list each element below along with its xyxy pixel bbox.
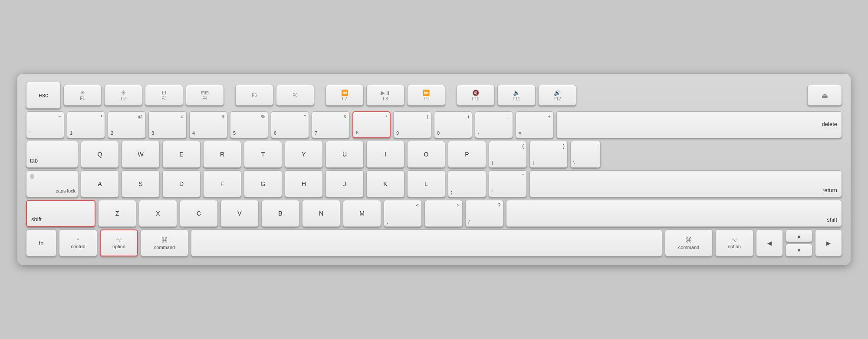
key-tilde[interactable]: ~ ` [26,111,64,138]
key-comma[interactable]: < , [384,200,422,227]
key-u[interactable]: U [326,141,364,168]
key-esc[interactable]: esc [26,82,61,109]
key-w[interactable]: W [122,141,160,168]
key-q[interactable]: Q [81,141,119,168]
key-p[interactable]: P [448,141,486,168]
key-f4[interactable]: ⊞⊞ F4 [186,85,224,106]
key-2[interactable]: @ 2 [108,111,146,138]
key-delete[interactable]: delete [556,111,842,138]
zxcv-row: shift Z X C V B N M < , > . ? / shift [26,200,842,227]
key-rbracket[interactable]: } ] [529,141,568,168]
key-command-right[interactable]: ⌘ command [665,229,713,256]
key-g[interactable]: G [244,170,282,197]
key-f8[interactable]: ▶⏸ F8 [366,85,404,106]
arrow-vertical-group: ▲ ▼ [786,229,812,256]
key-z[interactable]: Z [98,200,136,227]
key-h[interactable]: H [285,170,323,197]
key-c[interactable]: C [180,200,218,227]
key-f1[interactable]: ☀ F1 [63,85,102,106]
key-4[interactable]: $ 4 [189,111,227,138]
key-arrow-left[interactable]: ◀ [756,229,783,256]
key-f9[interactable]: ⏩ F9 [407,85,445,106]
key-return[interactable]: return [529,170,842,197]
key-option-left[interactable]: ⌥ option [100,229,138,256]
key-m[interactable]: M [343,200,381,227]
key-9[interactable]: ( 9 [393,111,431,138]
key-a[interactable]: A [81,170,119,197]
key-arrow-right[interactable]: ▶ [815,229,842,256]
key-v[interactable]: V [220,200,259,227]
key-arrow-down[interactable]: ▼ [786,244,812,256]
key-f3[interactable]: ⊡ F3 [145,85,183,106]
qwerty-row: tab Q W E R T Y U I O P { [ } ] | \ [26,141,842,168]
key-lbracket[interactable]: { [ [489,141,527,168]
key-caps-lock[interactable]: caps lock [26,170,78,197]
key-fn[interactable]: fn [26,229,56,256]
key-tab[interactable]: tab [26,141,78,168]
key-eject[interactable]: ⏏ [807,85,842,106]
key-3[interactable]: # 3 [148,111,187,138]
key-command-left[interactable]: ⌘ command [141,229,188,256]
key-e[interactable]: E [162,141,201,168]
key-f11[interactable]: 🔈 F11 [497,85,536,106]
keyboard: esc ☀ F1 ☀ F2 ⊡ F3 ⊞⊞ F4 F5 F6 ⏪ [17,74,851,265]
key-f12[interactable]: 🔊 F12 [538,85,576,106]
key-f10[interactable]: 🔇 F10 [457,85,495,106]
key-k[interactable]: K [366,170,404,197]
key-i[interactable]: I [366,141,404,168]
key-1[interactable]: ! 1 [67,111,105,138]
key-7[interactable]: & 7 [312,111,350,138]
number-row: ~ ` ! 1 @ 2 # 3 $ 4 % 5 ^ 6 & 7 [26,111,842,138]
key-b[interactable]: B [261,200,299,227]
key-x[interactable]: X [139,200,177,227]
key-backslash[interactable]: | \ [570,141,601,168]
caps-lock-indicator [30,174,34,179]
key-f[interactable]: F [203,170,241,197]
key-option-right[interactable]: ⌥ option [715,229,753,256]
key-arrow-up[interactable]: ▲ [786,229,812,242]
key-shift-right[interactable]: shift [506,200,842,227]
key-slash[interactable]: ? / [465,200,503,227]
key-j[interactable]: J [326,170,364,197]
key-r[interactable]: R [203,141,241,168]
key-minus[interactable]: _ - [475,111,513,138]
key-n[interactable]: N [302,200,340,227]
key-o[interactable]: O [407,141,445,168]
key-6[interactable]: ^ 6 [271,111,309,138]
key-d[interactable]: D [162,170,201,197]
bottom-row: fn ^ control ⌥ option ⌘ command ⌘ comman… [26,229,842,256]
asdf-row: caps lock A S D F G H J K L : ; " ' retu… [26,170,842,197]
key-y[interactable]: Y [285,141,323,168]
key-f6[interactable]: F6 [276,85,314,106]
key-f5[interactable]: F5 [235,85,273,106]
key-8[interactable]: * 8 [352,111,391,138]
key-shift-left[interactable]: shift [26,200,95,227]
key-l[interactable]: L [407,170,445,197]
key-f2[interactable]: ☀ F2 [104,85,142,106]
key-0[interactable]: ) 0 [434,111,472,138]
key-s[interactable]: S [122,170,160,197]
key-t[interactable]: T [244,141,282,168]
key-5[interactable]: % 5 [230,111,268,138]
key-period[interactable]: > . [424,200,463,227]
key-quote[interactable]: " ' [489,170,527,197]
key-equal[interactable]: + = [516,111,554,138]
fn-row: esc ☀ F1 ☀ F2 ⊡ F3 ⊞⊞ F4 F5 F6 ⏪ [26,82,842,109]
key-control[interactable]: ^ control [59,229,97,256]
key-f7[interactable]: ⏪ F7 [326,85,364,106]
key-space[interactable] [191,229,662,256]
key-semicolon[interactable]: : ; [448,170,486,197]
